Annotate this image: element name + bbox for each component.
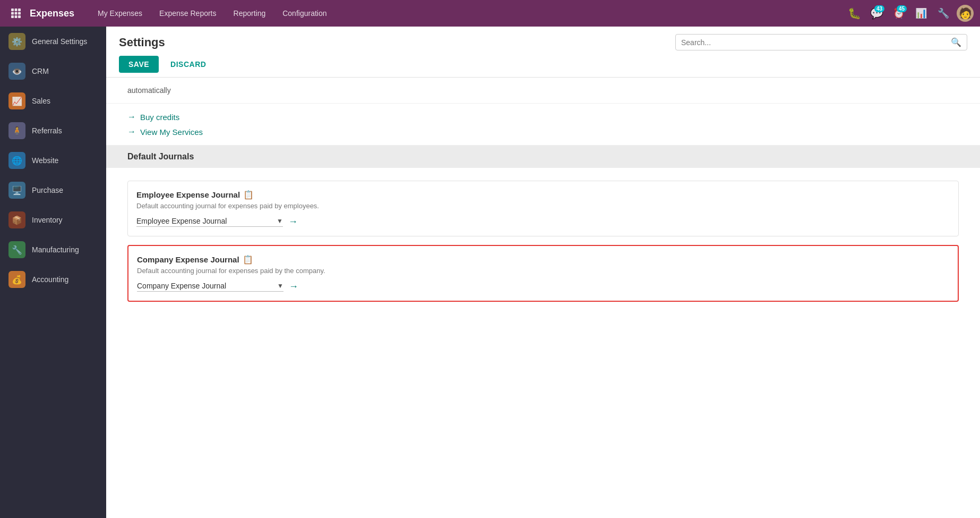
journals-section: Employee Expense Journal 📋 Default accou… xyxy=(106,168,980,315)
settings-scroll-area[interactable]: automatically → Buy credits → View My Se… xyxy=(106,78,980,518)
employee-dropdown-arrow[interactable]: ▼ xyxy=(277,217,283,225)
sidebar-label-accounting: Accounting xyxy=(32,275,68,284)
company-journal-spreadsheet-icon: 📋 xyxy=(243,254,253,265)
debug-icon-btn[interactable]: 🐛 xyxy=(845,4,863,22)
svg-rect-2 xyxy=(18,9,21,11)
employee-journal-select[interactable]: Employee Expense Journal xyxy=(136,217,274,225)
chat-icon-btn[interactable]: 💬 43 xyxy=(867,4,886,22)
employee-journal-select-row: Employee Expense Journal ▼ → xyxy=(136,216,950,227)
app-name: Expenses xyxy=(30,8,74,19)
sidebar-label-manufacturing: Manufacturing xyxy=(32,245,79,254)
buy-credits-link[interactable]: → Buy credits xyxy=(127,112,959,122)
settings-content: automatically → Buy credits → View My Se… xyxy=(106,78,980,315)
sidebar-label-sales: Sales xyxy=(32,97,50,105)
sidebar-item-manufacturing[interactable]: 🔧 Manufacturing xyxy=(0,235,106,265)
apps-grid-button[interactable] xyxy=(6,4,25,23)
sidebar-label-referrals: Referrals xyxy=(32,126,62,135)
company-journal-desc: Default accounting journal for expenses … xyxy=(137,267,949,275)
employee-journal-goto-arrow[interactable]: → xyxy=(288,216,298,227)
chat-badge: 43 xyxy=(874,5,884,12)
sidebar-label-general-settings: General Settings xyxy=(32,37,87,46)
top-navigation: Expenses My Expenses Expense Reports Rep… xyxy=(0,0,980,27)
employee-expense-journal-block: Employee Expense Journal 📋 Default accou… xyxy=(127,181,959,236)
view-services-link[interactable]: → View My Services xyxy=(127,127,959,137)
company-journal-select[interactable]: Company Expense Journal xyxy=(137,282,275,290)
company-journal-select-row: Company Expense Journal ▼ → xyxy=(137,281,949,292)
sidebar-label-crm: CRM xyxy=(32,67,49,75)
menu-reporting[interactable]: Reporting xyxy=(226,6,273,21)
employee-journal-title-text: Employee Expense Journal xyxy=(136,190,240,199)
svg-rect-8 xyxy=(18,15,21,18)
company-journal-select-wrapper: Company Expense Journal ▼ xyxy=(137,282,283,292)
header-top-row: Settings 🔍 xyxy=(119,34,967,50)
links-section: → Buy credits → View My Services xyxy=(106,104,980,146)
search-bar: 🔍 xyxy=(675,34,967,50)
svg-rect-7 xyxy=(15,15,18,18)
referrals-icon: 🧍 xyxy=(8,122,25,139)
main-layout: ⚙️ General Settings 👁️ CRM 📈 Sales 🧍 Ref… xyxy=(0,27,980,518)
arrow-icon-2: → xyxy=(127,127,136,137)
sidebar-item-inventory[interactable]: 📦 Inventory xyxy=(0,205,106,235)
svg-rect-5 xyxy=(18,12,21,15)
discard-button[interactable]: DISCARD xyxy=(163,56,213,73)
default-journals-header: Default Journals xyxy=(106,146,980,168)
settings-wrench-icon-btn[interactable]: 🔧 xyxy=(934,4,952,22)
svg-rect-3 xyxy=(11,12,14,15)
view-services-label: View My Services xyxy=(140,128,203,137)
sidebar-item-crm[interactable]: 👁️ CRM xyxy=(0,56,106,86)
company-journal-goto-arrow[interactable]: → xyxy=(289,281,298,292)
save-button[interactable]: SAVE xyxy=(119,56,159,73)
menu-my-expenses[interactable]: My Expenses xyxy=(90,6,150,21)
manufacturing-icon: 🔧 xyxy=(8,241,25,258)
company-journal-title-text: Company Expense Journal xyxy=(137,255,239,264)
search-input[interactable] xyxy=(681,38,951,47)
sidebar-item-accounting[interactable]: 💰 Accounting xyxy=(0,265,106,294)
sidebar-item-general-settings[interactable]: ⚙️ General Settings xyxy=(0,27,106,56)
header-bar: Settings 🔍 SAVE DISCARD xyxy=(106,27,980,78)
journal-spreadsheet-icon: 📋 xyxy=(243,190,254,200)
topnav-right-actions: 🐛 💬 43 ⏰ 45 📊 🔧 🧑 xyxy=(845,4,974,22)
svg-rect-4 xyxy=(15,12,18,15)
sidebar-item-sales[interactable]: 📈 Sales xyxy=(0,86,106,116)
clock-badge: 45 xyxy=(897,5,907,12)
top-menu: My Expenses Expense Reports Reporting Co… xyxy=(90,6,845,21)
auto-text-section: automatically xyxy=(106,78,980,104)
arrow-icon: → xyxy=(127,112,136,122)
sidebar-item-website[interactable]: 🌐 Website xyxy=(0,146,106,175)
svg-rect-0 xyxy=(11,9,14,11)
buy-credits-label: Buy credits xyxy=(140,113,179,122)
svg-rect-1 xyxy=(15,9,18,11)
company-journal-title: Company Expense Journal 📋 xyxy=(137,254,949,265)
spreadsheet-icon-btn[interactable]: 📊 xyxy=(912,4,930,22)
sales-icon: 📈 xyxy=(8,92,25,109)
employee-journal-title: Employee Expense Journal 📋 xyxy=(136,190,950,200)
page-title: Settings xyxy=(119,36,165,49)
sidebar: ⚙️ General Settings 👁️ CRM 📈 Sales 🧍 Ref… xyxy=(0,27,106,518)
sidebar-label-website: Website xyxy=(32,156,58,165)
menu-configuration[interactable]: Configuration xyxy=(275,6,334,21)
user-avatar[interactable]: 🧑 xyxy=(957,5,974,22)
employee-journal-select-wrapper: Employee Expense Journal ▼ xyxy=(136,217,283,227)
menu-expense-reports[interactable]: Expense Reports xyxy=(152,6,223,21)
action-buttons-row: SAVE DISCARD xyxy=(119,56,967,73)
company-expense-journal-block: Company Expense Journal 📋 Default accoun… xyxy=(127,245,959,302)
employee-journal-desc: Default accounting journal for expenses … xyxy=(136,202,950,210)
sidebar-label-inventory: Inventory xyxy=(32,216,63,224)
sidebar-label-purchase: Purchase xyxy=(32,186,63,194)
company-dropdown-arrow[interactable]: ▼ xyxy=(277,282,283,290)
clock-icon-btn[interactable]: ⏰ 45 xyxy=(890,4,908,22)
auto-text-label: automatically xyxy=(127,86,171,95)
website-icon: 🌐 xyxy=(8,152,25,169)
search-icon[interactable]: 🔍 xyxy=(951,37,961,47)
section-title: Default Journals xyxy=(127,152,194,161)
accounting-icon: 💰 xyxy=(8,271,25,288)
svg-rect-6 xyxy=(11,15,14,18)
crm-icon: 👁️ xyxy=(8,63,25,80)
inventory-icon: 📦 xyxy=(8,211,25,228)
content-area: Settings 🔍 SAVE DISCARD automatically xyxy=(106,27,980,518)
sidebar-item-referrals[interactable]: 🧍 Referrals xyxy=(0,116,106,146)
general-settings-icon: ⚙️ xyxy=(8,33,25,50)
purchase-icon: 🖥️ xyxy=(8,182,25,199)
sidebar-item-purchase[interactable]: 🖥️ Purchase xyxy=(0,175,106,205)
